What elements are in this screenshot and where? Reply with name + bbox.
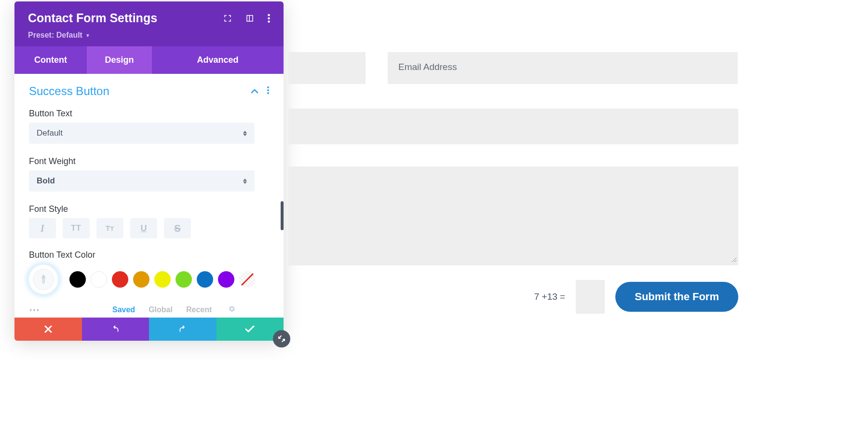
palette-tab-saved[interactable]: Saved <box>112 305 135 314</box>
color-swatch-transparent[interactable] <box>239 271 256 288</box>
font-weight-label: Font Weight <box>29 156 269 166</box>
undo-button[interactable] <box>82 318 149 341</box>
chevron-down-icon: ▼ <box>85 33 90 38</box>
style-uppercase-button[interactable]: TT <box>63 218 90 238</box>
palette-settings-icon[interactable] <box>228 305 236 315</box>
settings-tabs: Content Design Advanced <box>14 46 284 74</box>
resize-handle[interactable] <box>273 330 290 347</box>
font-weight-value: Bold <box>37 176 55 186</box>
close-icon <box>44 325 52 333</box>
panel-footer <box>14 318 284 341</box>
style-smallcaps-button[interactable]: Tᴛ <box>96 218 123 238</box>
subject-input[interactable] <box>288 109 738 144</box>
palette-tab-global[interactable]: Global <box>149 305 173 314</box>
button-text-value: Default <box>37 128 63 138</box>
style-strikethrough-button[interactable]: S <box>164 218 191 238</box>
palette-tab-recent[interactable]: Recent <box>186 305 212 314</box>
section-options-icon[interactable] <box>267 86 269 96</box>
panel-body: Success Button Button Text Default Font … <box>14 74 284 318</box>
preset-label: Preset: Default <box>28 31 82 40</box>
panel-header: Contact Form Settings Preset: Default ▼ <box>14 1 284 46</box>
resize-icon <box>278 335 285 343</box>
color-swatch-orange[interactable] <box>133 271 149 288</box>
style-underline-button[interactable]: U <box>130 218 157 238</box>
tab-content[interactable]: Content <box>14 46 87 74</box>
svg-point-4 <box>267 89 269 91</box>
font-weight-select[interactable]: Bold <box>29 170 255 192</box>
email-input[interactable]: Email Address <box>388 52 738 84</box>
color-swatch-green[interactable] <box>176 271 192 288</box>
color-swatches <box>29 265 269 294</box>
more-options-icon[interactable] <box>268 14 270 23</box>
captcha-input[interactable] <box>576 280 605 314</box>
redo-icon <box>178 324 188 334</box>
tab-design[interactable]: Design <box>87 46 152 74</box>
svg-point-2 <box>268 20 270 23</box>
tab-advanced[interactable]: Advanced <box>152 46 284 74</box>
color-swatch-blue[interactable] <box>197 271 213 288</box>
select-caret-icon <box>243 131 247 136</box>
color-swatch-yellow[interactable] <box>154 271 171 288</box>
snap-layout-icon[interactable] <box>245 14 254 23</box>
preset-selector[interactable]: Preset: Default ▼ <box>28 31 270 40</box>
cancel-button[interactable] <box>14 318 82 341</box>
svg-point-3 <box>267 86 269 88</box>
button-text-select[interactable]: Default <box>29 123 255 144</box>
message-textarea[interactable] <box>288 166 738 265</box>
palette-drag-icon[interactable]: ⋯ <box>29 304 41 316</box>
select-caret-icon <box>243 179 247 184</box>
color-swatch-white[interactable] <box>91 271 107 288</box>
svg-point-0 <box>268 14 270 16</box>
svg-point-5 <box>267 92 269 94</box>
font-style-label: Font Style <box>29 204 269 214</box>
section-title[interactable]: Success Button <box>29 84 109 98</box>
color-swatch-black[interactable] <box>69 271 86 288</box>
collapse-icon[interactable] <box>251 87 258 96</box>
undo-icon <box>110 324 120 334</box>
button-text-color-label: Button Text Color <box>29 250 269 260</box>
textarea-resize-icon[interactable] <box>730 256 738 264</box>
captcha-question: 7 +13 = <box>534 291 565 302</box>
panel-title: Contact Form Settings <box>28 11 157 25</box>
submit-button[interactable]: Submit the Form <box>615 282 738 312</box>
style-italic-button[interactable]: I <box>29 218 56 238</box>
name-input[interactable] <box>288 52 366 84</box>
redo-button[interactable] <box>149 318 217 341</box>
email-placeholder: Email Address <box>398 62 457 72</box>
color-picker-button[interactable] <box>29 265 58 294</box>
check-icon <box>245 325 255 333</box>
focus-mode-icon[interactable] <box>223 14 232 23</box>
svg-point-1 <box>268 17 270 19</box>
scrollbar-thumb[interactable] <box>281 201 284 230</box>
settings-panel: Contact Form Settings Preset: Default ▼ … <box>14 1 284 341</box>
eyedropper-icon <box>37 273 50 286</box>
palette-tabs: ⋯ Saved Global Recent <box>29 304 269 316</box>
color-swatch-red[interactable] <box>112 271 128 288</box>
color-swatch-purple[interactable] <box>218 271 234 288</box>
button-text-label: Button Text <box>29 109 269 119</box>
